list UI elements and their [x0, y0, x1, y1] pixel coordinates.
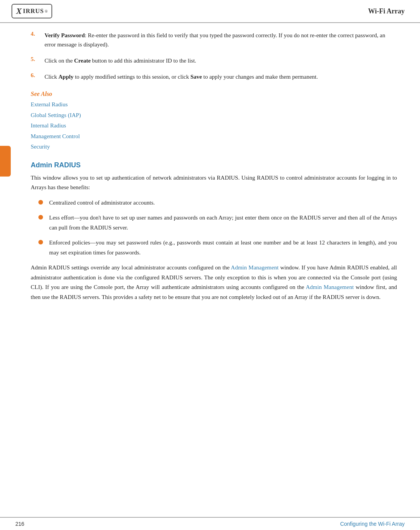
item-number-6: 6.: [31, 72, 42, 79]
bullet-list: Centralized control of administrator acc…: [38, 198, 397, 258]
numbered-item-6: 6. Click Apply to apply modified setting…: [31, 72, 397, 81]
footer-page-number: 216: [15, 521, 24, 527]
item6-text3: to apply your changes and make them perm…: [202, 74, 318, 80]
logo-irrus-text: IRRUS: [23, 8, 44, 15]
see-also-links: External Radius Global Settings (IAP) In…: [31, 100, 397, 152]
numbered-item-4: 4. Verify Password: Re-enter the passwor…: [31, 31, 397, 49]
item6-bold2: Save: [190, 74, 202, 80]
item-content-4: Verify Password: Re-enter the password i…: [45, 31, 397, 49]
admin-radius-body1: Admin RADIUS settings override any local…: [31, 263, 397, 302]
bullet-dot-1: [38, 200, 43, 205]
see-also-link-security[interactable]: Security: [31, 142, 397, 152]
logo-registered: ®: [45, 9, 48, 13]
footer-section-title: Configuring the Wi-Fi Array: [340, 521, 405, 527]
page-footer: 216 Configuring the Wi-Fi Array: [0, 517, 420, 530]
bullet-text-3: Enforced policies—you may set password r…: [49, 238, 397, 258]
see-also-link-external-radius[interactable]: External Radius: [31, 100, 397, 110]
main-content: 4. Verify Password: Re-enter the passwor…: [0, 23, 420, 315]
bullet-item-3: Enforced policies—you may set password r…: [38, 238, 397, 258]
see-also-link-management-control[interactable]: Management Control: [31, 132, 397, 142]
item-number-4: 4.: [31, 31, 42, 37]
item6-bold1: Apply: [58, 74, 73, 80]
item-content-6: Click Apply to apply modified settings t…: [45, 72, 397, 81]
bullet-dot-2: [38, 215, 43, 220]
item5-bold: Create: [74, 58, 91, 64]
see-also-title: See Also: [31, 91, 397, 97]
logo-x-letter: X: [16, 6, 22, 16]
bullet-text-2: Less effort—you don't have to set up use…: [49, 213, 397, 233]
item6-text1: Click: [45, 74, 58, 80]
header-title: Wi-Fi Array: [368, 7, 405, 15]
item5-text2: button to add this administrator ID to t…: [91, 58, 196, 64]
item6-text2: to apply modified settings to this sessi…: [73, 74, 190, 80]
see-also-link-global-settings[interactable]: Global Settings (IAP): [31, 111, 397, 121]
bullet-dot-3: [38, 240, 43, 244]
body1-text-before: Admin RADIUS settings override any local…: [31, 264, 231, 271]
logo-box: X IRRUS ®: [12, 4, 52, 18]
see-also-link-internal-radius[interactable]: Internal Radius: [31, 121, 397, 131]
bullet-item-2: Less effort—you don't have to set up use…: [38, 213, 397, 233]
item-number-5: 5.: [31, 56, 42, 63]
numbered-item-5: 5. Click on the Create button to add thi…: [31, 56, 397, 65]
bullet-item-1: Centralized control of administrator acc…: [38, 198, 397, 208]
see-also-section: See Also External Radius Global Settings…: [31, 91, 397, 152]
item5-text1: Click on the: [45, 58, 74, 64]
page-header: X IRRUS ® Wi-Fi Array: [0, 0, 420, 23]
logo-area: X IRRUS ®: [12, 4, 52, 18]
item-content-5: Click on the Create button to add this a…: [45, 56, 397, 65]
verify-password-bold: Verify Password: [45, 32, 85, 38]
body1-link-admin-management-2[interactable]: Admin Management: [306, 284, 354, 290]
admin-radius-heading: Admin RADIUS: [31, 161, 397, 169]
body1-link-admin-management-1[interactable]: Admin Management: [231, 264, 278, 271]
verify-password-text: : Re-enter the password in this field to…: [45, 32, 385, 48]
admin-radius-intro: This window allows you to set up authent…: [31, 173, 397, 193]
bullet-text-1: Centralized control of administrator acc…: [49, 198, 397, 208]
page-wrapper: X IRRUS ® Wi-Fi Array 4. Verify Password…: [0, 0, 420, 530]
